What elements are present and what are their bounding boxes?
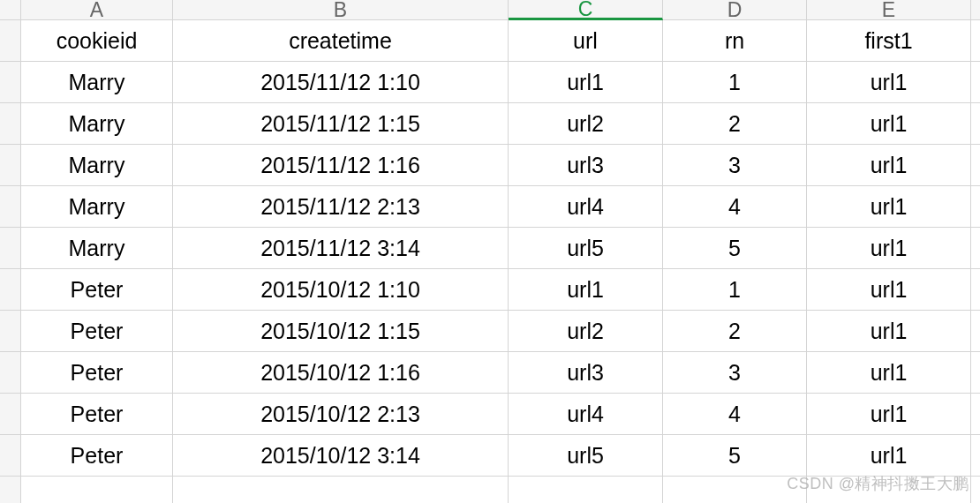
data-cell[interactable]: 3 (663, 145, 807, 186)
data-cell[interactable]: 4 (663, 394, 807, 435)
col-header-edge (971, 0, 980, 20)
data-cell[interactable]: 1 (663, 269, 807, 311)
data-cell[interactable]: url1 (807, 435, 971, 477)
data-cell[interactable]: 2015/10/12 1:16 (173, 352, 509, 394)
row-header[interactable] (0, 145, 21, 186)
data-cell[interactable]: 1 (663, 62, 807, 103)
header-cell-cookieid[interactable]: cookieid (21, 20, 173, 62)
empty-cell[interactable] (663, 477, 807, 503)
data-cell[interactable]: 2015/10/12 2:13 (173, 394, 509, 435)
data-cell[interactable]: Marry (21, 103, 173, 145)
row-header[interactable] (0, 435, 21, 477)
data-cell[interactable]: url4 (509, 186, 663, 228)
row-header[interactable] (0, 186, 21, 228)
watermark-text: CSDN @精神抖擞王大鹏 (787, 473, 969, 494)
data-cell[interactable]: 2015/11/12 3:14 (173, 228, 509, 269)
data-cell[interactable]: Marry (21, 228, 173, 269)
header-cell-createtime[interactable]: createtime (173, 20, 509, 62)
row-header[interactable] (0, 103, 21, 145)
data-cell[interactable]: 2015/11/12 1:10 (173, 62, 509, 103)
data-cell[interactable]: 3 (663, 352, 807, 394)
data-cell[interactable]: Peter (21, 394, 173, 435)
edge-cell (971, 145, 980, 186)
col-header-A[interactable]: A (21, 0, 173, 20)
row-header[interactable] (0, 269, 21, 311)
edge-cell (971, 103, 980, 145)
data-cell[interactable]: Marry (21, 62, 173, 103)
data-cell[interactable]: url1 (807, 145, 971, 186)
row-header[interactable] (0, 228, 21, 269)
edge-cell (971, 352, 980, 394)
data-cell[interactable]: 2015/11/12 1:15 (173, 103, 509, 145)
data-cell[interactable]: 2015/10/12 3:14 (173, 435, 509, 477)
data-cell[interactable]: Marry (21, 145, 173, 186)
empty-cell[interactable] (509, 477, 663, 503)
edge-cell (971, 186, 980, 228)
edge-cell (971, 20, 980, 62)
data-cell[interactable]: url1 (807, 311, 971, 352)
row-header[interactable] (0, 62, 21, 103)
data-cell[interactable]: url1 (807, 62, 971, 103)
edge-cell (971, 228, 980, 269)
data-cell[interactable]: Peter (21, 435, 173, 477)
col-header-E[interactable]: E (807, 0, 971, 20)
corner-cell[interactable] (0, 0, 21, 20)
data-cell[interactable]: Peter (21, 311, 173, 352)
data-cell[interactable]: 5 (663, 435, 807, 477)
data-cell[interactable]: url1 (807, 103, 971, 145)
data-cell[interactable]: url1 (509, 62, 663, 103)
data-cell[interactable]: Marry (21, 186, 173, 228)
edge-cell (971, 269, 980, 311)
header-cell-rn[interactable]: rn (663, 20, 807, 62)
data-cell[interactable]: url1 (509, 269, 663, 311)
data-cell[interactable]: 2015/10/12 1:10 (173, 269, 509, 311)
header-cell-first1[interactable]: first1 (807, 20, 971, 62)
data-cell[interactable]: url1 (807, 269, 971, 311)
data-cell[interactable]: url1 (807, 228, 971, 269)
row-header[interactable] (0, 394, 21, 435)
data-cell[interactable]: url4 (509, 394, 663, 435)
edge-cell (971, 311, 980, 352)
row-header[interactable] (0, 352, 21, 394)
empty-cell[interactable] (173, 477, 509, 503)
edge-cell (971, 477, 980, 503)
data-cell[interactable]: url1 (807, 394, 971, 435)
data-cell[interactable]: url1 (807, 186, 971, 228)
data-cell[interactable]: url3 (509, 352, 663, 394)
edge-cell (971, 435, 980, 477)
data-cell[interactable]: 2015/11/12 2:13 (173, 186, 509, 228)
data-cell[interactable]: url3 (509, 145, 663, 186)
data-cell[interactable]: 2 (663, 103, 807, 145)
edge-cell (971, 62, 980, 103)
data-cell[interactable]: url5 (509, 228, 663, 269)
data-cell[interactable]: 4 (663, 186, 807, 228)
data-cell[interactable]: Peter (21, 269, 173, 311)
data-cell[interactable]: 2 (663, 311, 807, 352)
col-header-D[interactable]: D (663, 0, 807, 20)
data-cell[interactable]: url5 (509, 435, 663, 477)
row-header[interactable] (0, 20, 21, 62)
col-header-B[interactable]: B (173, 0, 509, 20)
data-cell[interactable]: 2015/11/12 1:16 (173, 145, 509, 186)
data-cell[interactable]: 2015/10/12 1:15 (173, 311, 509, 352)
col-header-C[interactable]: C (509, 0, 663, 20)
header-cell-url[interactable]: url (509, 20, 663, 62)
data-cell[interactable]: url2 (509, 311, 663, 352)
data-cell[interactable]: Peter (21, 352, 173, 394)
empty-cell[interactable] (21, 477, 173, 503)
row-header[interactable] (0, 311, 21, 352)
edge-cell (971, 394, 980, 435)
data-cell[interactable]: 5 (663, 228, 807, 269)
row-header[interactable] (0, 477, 21, 503)
spreadsheet-grid: A B C D E cookieid createtime url rn fir… (0, 0, 980, 503)
data-cell[interactable]: url2 (509, 103, 663, 145)
data-cell[interactable]: url1 (807, 352, 971, 394)
